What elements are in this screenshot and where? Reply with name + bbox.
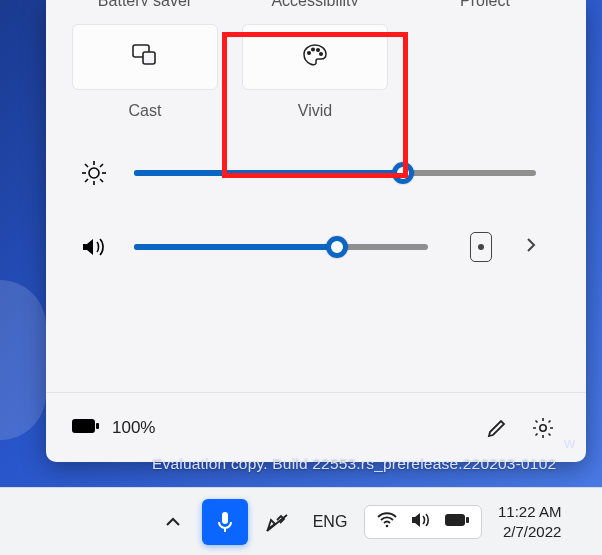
svg-rect-16 xyxy=(96,423,99,429)
svg-point-2 xyxy=(308,52,311,55)
volume-thumb[interactable] xyxy=(326,236,348,258)
quick-settings-panel: Battery saver Accessibility Project xyxy=(46,0,586,462)
battery-tray-icon xyxy=(445,513,469,531)
panel-footer: 100% xyxy=(46,392,586,462)
svg-rect-15 xyxy=(72,419,95,433)
clock-date: 2/7/2022 xyxy=(498,522,561,542)
tile-label-battery-saver: Battery saver xyxy=(72,0,218,6)
palette-icon xyxy=(302,43,328,71)
brightness-thumb[interactable] xyxy=(392,162,414,184)
sliders-area xyxy=(46,120,586,286)
volume-icon xyxy=(80,236,108,258)
tile-label-project: Project xyxy=(412,0,558,6)
svg-rect-1 xyxy=(143,52,155,64)
tray-overflow-button[interactable] xyxy=(150,499,196,545)
svg-rect-23 xyxy=(466,517,469,523)
chevron-right-icon[interactable] xyxy=(526,237,536,257)
ink-button[interactable] xyxy=(254,499,300,545)
svg-point-6 xyxy=(89,168,99,178)
tile-label-cast: Cast xyxy=(129,102,162,120)
wallpaper-accent xyxy=(0,280,46,440)
volume-fill xyxy=(134,244,337,250)
wifi-icon xyxy=(377,512,397,532)
brightness-fill xyxy=(134,170,403,176)
clock-time: 11:22 AM xyxy=(498,502,561,522)
audio-output-button[interactable] xyxy=(470,232,492,262)
volume-slider-row xyxy=(80,232,536,262)
taskbar-clock[interactable]: 11:22 AM 2/7/2022 xyxy=(498,502,561,542)
language-indicator[interactable]: ENG xyxy=(306,513,354,531)
settings-button[interactable] xyxy=(526,411,560,445)
svg-point-4 xyxy=(317,49,320,52)
cast-icon xyxy=(132,44,158,70)
tile-row-2: Cast Vivid xyxy=(72,24,560,120)
watermark-tail: w xyxy=(564,434,575,452)
brightness-icon xyxy=(80,160,108,186)
svg-line-13 xyxy=(100,164,103,167)
svg-line-11 xyxy=(85,164,88,167)
brightness-slider-row xyxy=(80,160,536,186)
tile-row-1: Battery saver Accessibility Project xyxy=(72,0,560,6)
battery-percent: 100% xyxy=(112,418,155,438)
svg-point-3 xyxy=(312,48,315,51)
svg-line-12 xyxy=(100,179,103,182)
svg-rect-18 xyxy=(222,512,228,524)
tile-label-accessibility: Accessibility xyxy=(242,0,388,6)
quick-tiles: Battery saver Accessibility Project xyxy=(46,0,586,120)
system-tray[interactable] xyxy=(364,505,482,539)
taskbar: ENG 11:22 AM 2/7/2022 xyxy=(0,487,602,555)
svg-line-14 xyxy=(85,179,88,182)
svg-rect-22 xyxy=(445,514,465,526)
volume-slider[interactable] xyxy=(134,244,428,250)
svg-point-17 xyxy=(540,424,546,430)
edit-button[interactable] xyxy=(480,411,514,445)
volume-tray-icon xyxy=(411,512,431,532)
svg-point-5 xyxy=(320,53,323,56)
vivid-tile[interactable] xyxy=(242,24,388,90)
svg-point-21 xyxy=(386,524,389,527)
brightness-slider[interactable] xyxy=(134,170,536,176)
evaluation-watermark: Evaluation copy. Build 22553.rs_prerelea… xyxy=(152,455,556,473)
cast-tile[interactable] xyxy=(72,24,218,90)
voice-typing-button[interactable] xyxy=(202,499,248,545)
tile-label-vivid: Vivid xyxy=(298,102,332,120)
battery-icon xyxy=(72,417,100,439)
